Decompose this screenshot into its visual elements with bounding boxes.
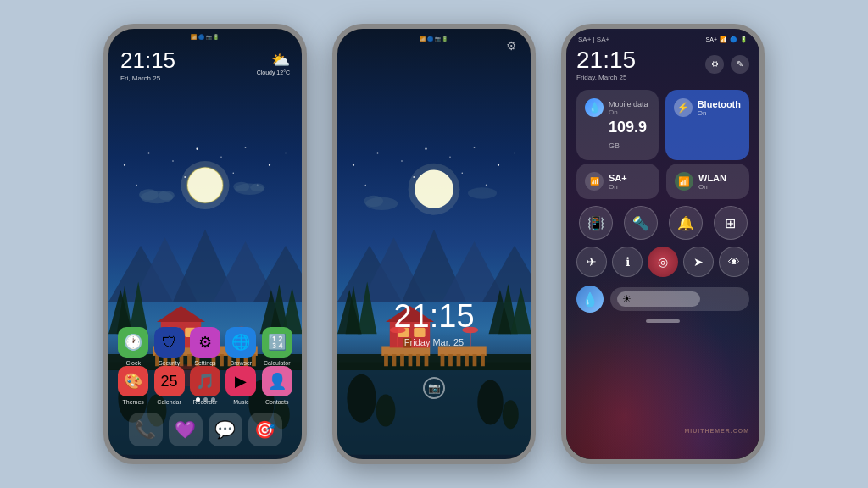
phone1-home: 📶 🔵 📷 🔋 21:15 Fri, March 25 ⛅ Cloudy 12°… <box>103 24 307 464</box>
svg-point-19 <box>233 182 249 191</box>
cc-wlan-tile[interactable]: 📶 WLAN On <box>666 164 749 199</box>
sa-icon: 📶 <box>585 172 604 191</box>
phone1-weather-text: Cloudy 12°C <box>257 69 290 75</box>
svg-point-5 <box>245 147 247 148</box>
phone2-frame: 📶 🔵 📷 🔋 ⚙ 21:15 Friday Mar. 25 📷 <box>332 24 536 464</box>
cc-mobile-data-tile[interactable]: 💧 Mobile data On 109.9 GB <box>576 90 659 160</box>
phone2-camera-icon[interactable]: 📷 <box>423 377 445 399</box>
app-settings[interactable]: ⚙ Settings <box>187 327 223 366</box>
dock-phone[interactable]: 📞 <box>129 413 163 446</box>
phone2-settings-icon[interactable]: ⚙ <box>506 39 517 53</box>
svg-rect-112 <box>481 354 485 366</box>
phone3-control-content: SA+ | SA+ SA+ 📶 🔵 🔋 21:15 Friday, March … <box>566 29 760 459</box>
cc-status-icons: SA+ 📶 🔵 🔋 <box>706 36 748 43</box>
svg-point-65 <box>377 152 379 154</box>
cc-btn-eye[interactable]: 👁 <box>719 247 749 277</box>
cc-brightness-slider[interactable]: ☀ <box>610 287 749 311</box>
svg-point-72 <box>364 185 366 186</box>
phone1-status-bar: 📶 🔵 📷 🔋 <box>108 34 302 40</box>
cc-btn-screen-mirror[interactable]: ⊞ <box>711 206 749 240</box>
page-dots <box>108 397 302 402</box>
cc-btn-airplane[interactable]: ✈ <box>576 247 607 277</box>
svg-point-1 <box>148 152 150 154</box>
svg-rect-110 <box>465 354 469 366</box>
svg-point-20 <box>250 184 264 192</box>
app-clock[interactable]: 🕐 Clock <box>115 327 151 366</box>
cc-brightness-icon: 💧 <box>576 286 604 313</box>
cc-edit-icon[interactable]: ✎ <box>731 55 749 74</box>
svg-point-79 <box>364 196 383 207</box>
bell-icon: 🔔 <box>669 206 703 240</box>
mobile-data-icon: 💧 <box>585 98 604 117</box>
cc-home-bar <box>646 319 680 323</box>
sa-label: SA+ <box>609 173 627 183</box>
screen-mirror-icon: ⊞ <box>714 206 748 240</box>
svg-rect-97 <box>400 354 404 366</box>
cc-round-buttons-row1: 📳 🔦 🔔 ⊞ <box>576 206 749 240</box>
svg-point-71 <box>514 152 515 154</box>
svg-rect-111 <box>473 354 477 366</box>
svg-point-0 <box>124 164 125 166</box>
torch-icon: 🔦 <box>624 206 658 240</box>
app-calculator[interactable]: 🔢 Calculator <box>259 327 295 366</box>
cc-bluetooth-tile[interactable]: ⚡ Bluetooth On <box>665 90 749 160</box>
svg-point-7 <box>285 152 287 154</box>
svg-point-14 <box>181 161 230 209</box>
app-browser-label: Browser <box>231 360 253 366</box>
mobile-data-label: Mobile data <box>609 100 648 108</box>
cc-btn-bell[interactable]: 🔔 <box>666 206 704 240</box>
app-security-label: Security <box>159 360 180 366</box>
sun-icon: ☀ <box>622 293 632 305</box>
dot-2 <box>203 397 208 402</box>
vibrate-icon: 📳 <box>579 206 613 240</box>
phone1-frame: 📶 🔵 📷 🔋 21:15 Fri, March 25 ⛅ Cloudy 12°… <box>103 24 307 464</box>
phone3-screen: SA+ | SA+ SA+ 📶 🔵 🔋 21:15 Friday, March … <box>566 29 760 459</box>
phone2-status-bar: 📶 🔵 📷 🔋 <box>337 36 531 42</box>
app-browser[interactable]: 🌐 Browser <box>223 327 259 366</box>
svg-point-69 <box>474 147 476 148</box>
svg-point-118 <box>376 395 396 427</box>
svg-point-68 <box>449 156 451 158</box>
svg-rect-95 <box>384 354 388 366</box>
svg-point-2 <box>172 160 174 162</box>
dock-app4[interactable]: 🎯 <box>248 413 282 446</box>
svg-rect-108 <box>448 354 453 366</box>
svg-point-17 <box>159 191 175 200</box>
cc-btn-vibrate[interactable]: 📳 <box>576 206 615 240</box>
cc-btn-center[interactable]: ◎ <box>648 247 678 277</box>
cc-status-bar: SA+ | SA+ SA+ 📶 🔵 🔋 <box>576 29 749 47</box>
cc-sa-tile[interactable]: 📶 SA+ On <box>576 164 659 199</box>
app-security[interactable]: 🛡 Security <box>152 327 187 366</box>
svg-point-75 <box>486 185 487 186</box>
phone2-date: Friday Mar. 25 <box>337 337 531 347</box>
svg-point-74 <box>461 172 463 174</box>
svg-marker-43 <box>157 306 205 322</box>
cc-btn-nav[interactable]: ➤ <box>683 247 714 277</box>
svg-rect-106 <box>438 347 487 356</box>
svg-rect-100 <box>425 354 429 366</box>
svg-point-16 <box>139 189 159 200</box>
app-clock-label: Clock <box>125 360 141 366</box>
phone1-time-area: 21:15 Fri, March 25 <box>120 47 175 82</box>
cc-btn-torch[interactable]: 🔦 <box>621 206 659 240</box>
svg-point-8 <box>136 185 137 186</box>
svg-point-70 <box>498 164 499 166</box>
bluetooth-status: On <box>698 109 741 117</box>
dock-app2[interactable]: 💜 <box>169 413 203 446</box>
brightness-fill: ☀ <box>617 291 700 307</box>
cc-tiles-row2: 📶 SA+ On 📶 WLAN <box>576 164 749 199</box>
phone2-time: 21:15 <box>337 298 531 335</box>
phone1-date: Fri, March 25 <box>120 75 175 82</box>
phone1-weather: ⛅ Cloudy 12°C <box>257 51 290 75</box>
sa-status: On <box>609 183 627 191</box>
phone1-app-row2: 🎨 Themes 25 Calendar 🎵 Recorder ▶ Music <box>108 366 302 415</box>
bluetooth-label: Bluetooth <box>698 99 741 109</box>
svg-point-117 <box>347 374 376 423</box>
cc-brightness-row: 💧 ☀ <box>576 286 749 313</box>
dock-messages[interactable]: 💬 <box>209 413 242 446</box>
cc-btn-info[interactable]: ℹ <box>612 247 643 277</box>
phone3-frame: SA+ | SA+ SA+ 📶 🔵 🔋 21:15 Friday, March … <box>561 24 765 464</box>
phone1-screen: 📶 🔵 📷 🔋 21:15 Fri, March 25 ⛅ Cloudy 12°… <box>108 29 302 459</box>
cc-gear-icon[interactable]: ⚙ <box>705 55 724 74</box>
phone2-screen: 📶 🔵 📷 🔋 ⚙ 21:15 Friday Mar. 25 📷 <box>337 29 531 459</box>
